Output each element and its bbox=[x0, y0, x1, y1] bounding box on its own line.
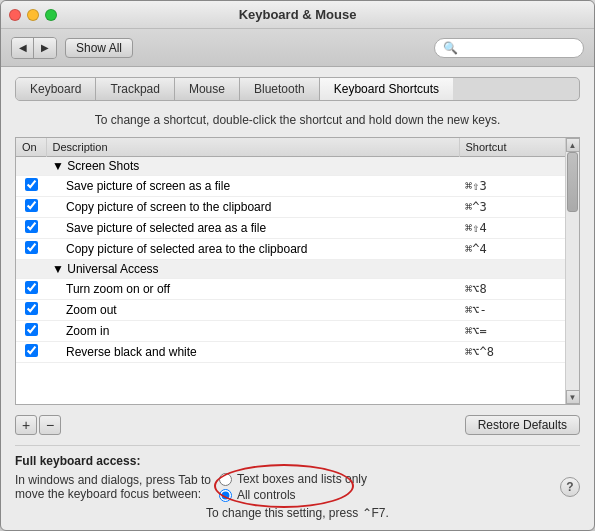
checkbox-cell[interactable] bbox=[16, 342, 46, 363]
description-cell: Save picture of selected area as a file bbox=[46, 218, 459, 239]
checkbox-cell[interactable] bbox=[16, 321, 46, 342]
col-header-description: Description bbox=[46, 138, 459, 157]
shortcut-cell: ⌘^3 bbox=[459, 197, 579, 218]
close-button[interactable] bbox=[9, 9, 21, 21]
maximize-button[interactable] bbox=[45, 9, 57, 21]
scrollbar-track[interactable] bbox=[566, 152, 579, 390]
kb-change-hint: To change this setting, press ⌃F7. bbox=[15, 506, 580, 520]
shortcut-checkbox[interactable] bbox=[25, 323, 38, 336]
description-cell: Copy picture of screen to the clipboard bbox=[46, 197, 459, 218]
description-cell: Turn zoom on or off bbox=[46, 279, 459, 300]
show-all-button[interactable]: Show All bbox=[65, 38, 133, 58]
kb-option-text-boxes[interactable]: Text boxes and lists only bbox=[219, 472, 367, 486]
shortcut-checkbox[interactable] bbox=[25, 199, 38, 212]
shortcut-cell: ⌘^4 bbox=[459, 239, 579, 260]
titlebar: Keyboard & Mouse bbox=[1, 1, 594, 29]
kb-options-group: Text boxes and lists only All controls bbox=[219, 472, 367, 502]
remove-button[interactable]: − bbox=[39, 415, 61, 435]
kb-access-row: In windows and dialogs, press Tab to mov… bbox=[15, 472, 580, 502]
traffic-lights bbox=[9, 9, 57, 21]
checkbox-cell[interactable] bbox=[16, 176, 46, 197]
col-header-on: On bbox=[16, 138, 46, 157]
tabs-bar: Keyboard Trackpad Mouse Bluetooth Keyboa… bbox=[15, 77, 580, 101]
shortcuts-table-container: On Description Shortcut ▼ Screen Shots S… bbox=[15, 137, 580, 405]
shortcuts-table: On Description Shortcut ▼ Screen Shots S… bbox=[16, 138, 579, 363]
checkbox-cell[interactable] bbox=[16, 239, 46, 260]
checkbox-cell[interactable] bbox=[16, 279, 46, 300]
category-label-cell: ▼ Screen Shots bbox=[46, 157, 579, 176]
shortcut-cell: ⌘⌥8 bbox=[459, 279, 579, 300]
shortcut-cell: ⌘⌥= bbox=[459, 321, 579, 342]
restore-defaults-button[interactable]: Restore Defaults bbox=[465, 415, 580, 435]
description-cell: Zoom in bbox=[46, 321, 459, 342]
category-checkbox-cell bbox=[16, 157, 46, 176]
add-remove-buttons: + − bbox=[15, 415, 61, 435]
window-title: Keyboard & Mouse bbox=[239, 7, 357, 22]
add-button[interactable]: + bbox=[15, 415, 37, 435]
category-label: ▼ Screen Shots bbox=[52, 159, 573, 173]
shortcut-checkbox[interactable] bbox=[25, 281, 38, 294]
table-row: Reverse black and white ⌘⌥^8 bbox=[16, 342, 579, 363]
scroll-up-button[interactable]: ▲ bbox=[566, 138, 580, 152]
scroll-down-button[interactable]: ▼ bbox=[566, 390, 580, 404]
table-category-row: ▼ Universal Access bbox=[16, 260, 579, 279]
tab-bluetooth[interactable]: Bluetooth bbox=[240, 78, 320, 100]
shortcut-checkbox[interactable] bbox=[25, 178, 38, 191]
category-label-cell: ▼ Universal Access bbox=[46, 260, 579, 279]
search-input[interactable] bbox=[434, 38, 584, 58]
category-checkbox-cell bbox=[16, 260, 46, 279]
table-row: Save picture of selected area as a file … bbox=[16, 218, 579, 239]
shortcut-cell: ⌘⇧4 bbox=[459, 218, 579, 239]
checkbox-cell[interactable] bbox=[16, 300, 46, 321]
kb-desc-line1: In windows and dialogs, press Tab to bbox=[15, 473, 211, 487]
category-label: ▼ Universal Access bbox=[52, 262, 573, 276]
radio-text-boxes[interactable] bbox=[219, 473, 232, 486]
table-row: Zoom out ⌘⌥- bbox=[16, 300, 579, 321]
nav-buttons: ◀ ▶ bbox=[11, 37, 57, 59]
col-header-shortcut: Shortcut bbox=[459, 138, 579, 157]
scrollbar: ▲ ▼ bbox=[565, 138, 579, 404]
shortcut-checkbox[interactable] bbox=[25, 302, 38, 315]
keyboard-access-section: Full keyboard access: In windows and dia… bbox=[15, 445, 580, 520]
table-bottom-bar: + − Restore Defaults bbox=[15, 413, 580, 437]
shortcut-cell: ⌘⌥^8 bbox=[459, 342, 579, 363]
checkbox-cell[interactable] bbox=[16, 197, 46, 218]
shortcut-cell: ⌘⌥- bbox=[459, 300, 579, 321]
instruction-text: To change a shortcut, double-click the s… bbox=[15, 109, 580, 129]
kb-option-all-controls-label: All controls bbox=[237, 488, 296, 502]
tab-keyboard-shortcuts[interactable]: Keyboard Shortcuts bbox=[320, 78, 453, 100]
tab-trackpad[interactable]: Trackpad bbox=[96, 78, 175, 100]
kb-access-content: In windows and dialogs, press Tab to mov… bbox=[15, 472, 367, 502]
content-area: Keyboard Trackpad Mouse Bluetooth Keyboa… bbox=[1, 67, 594, 530]
table-row: Save picture of screen as a file ⌘⇧3 bbox=[16, 176, 579, 197]
radio-all-controls[interactable] bbox=[219, 489, 232, 502]
tab-mouse[interactable]: Mouse bbox=[175, 78, 240, 100]
shortcut-checkbox[interactable] bbox=[25, 344, 38, 357]
forward-button[interactable]: ▶ bbox=[34, 38, 56, 58]
checkbox-cell[interactable] bbox=[16, 218, 46, 239]
help-button[interactable]: ? bbox=[560, 477, 580, 497]
description-cell: Reverse black and white bbox=[46, 342, 459, 363]
kb-desc-line2: move the keyboard focus between: bbox=[15, 487, 211, 501]
table-row: Turn zoom on or off ⌘⌥8 bbox=[16, 279, 579, 300]
description-cell: Save picture of screen as a file bbox=[46, 176, 459, 197]
table-row: Copy picture of screen to the clipboard … bbox=[16, 197, 579, 218]
shortcut-checkbox[interactable] bbox=[25, 241, 38, 254]
kb-access-title: Full keyboard access: bbox=[15, 454, 580, 468]
scrollbar-thumb[interactable] bbox=[567, 152, 578, 212]
table-row: Copy picture of selected area to the cli… bbox=[16, 239, 579, 260]
description-cell: Zoom out bbox=[46, 300, 459, 321]
shortcut-cell: ⌘⇧3 bbox=[459, 176, 579, 197]
table-row: Zoom in ⌘⌥= bbox=[16, 321, 579, 342]
minimize-button[interactable] bbox=[27, 9, 39, 21]
toolbar: ◀ ▶ Show All bbox=[1, 29, 594, 67]
description-cell: Copy picture of selected area to the cli… bbox=[46, 239, 459, 260]
window: Keyboard & Mouse ◀ ▶ Show All Keyboard T… bbox=[0, 0, 595, 531]
kb-option-text-boxes-label: Text boxes and lists only bbox=[237, 472, 367, 486]
shortcut-checkbox[interactable] bbox=[25, 220, 38, 233]
tab-keyboard[interactable]: Keyboard bbox=[16, 78, 96, 100]
back-button[interactable]: ◀ bbox=[12, 38, 34, 58]
kb-option-all-controls[interactable]: All controls bbox=[219, 488, 367, 502]
table-category-row: ▼ Screen Shots bbox=[16, 157, 579, 176]
kb-access-description: In windows and dialogs, press Tab to mov… bbox=[15, 473, 211, 501]
